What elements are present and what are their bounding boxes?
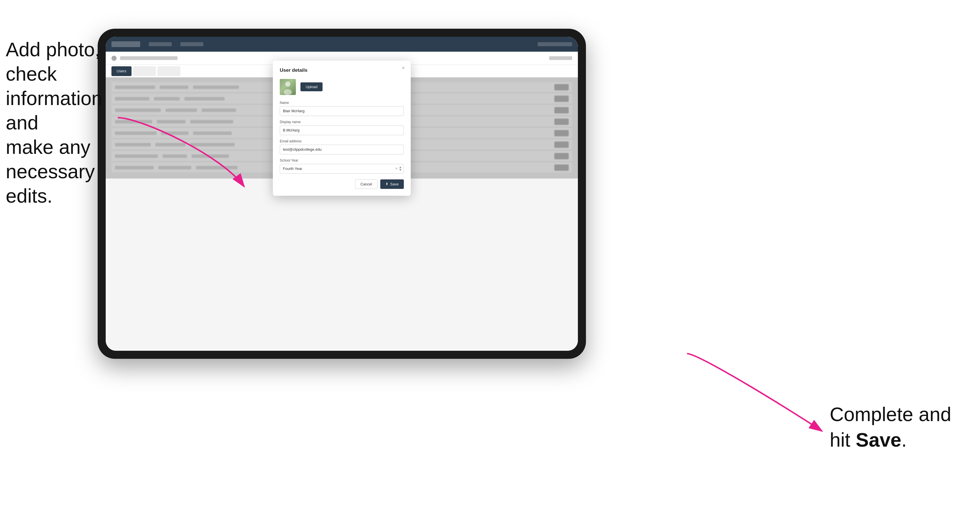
school-year-controls: × ▲ ▼ (395, 166, 402, 172)
upload-photo-button[interactable]: Upload (301, 83, 323, 91)
email-label: Email address (280, 139, 404, 143)
photo-section: Upload (280, 79, 404, 95)
tab-other-1[interactable] (133, 66, 156, 76)
annotation-right-line1: Complete and (830, 403, 951, 425)
svg-point-2 (285, 81, 290, 87)
name-field-group: Name (280, 101, 404, 116)
annotation-left-text: Add photo, check information and make an… (6, 38, 102, 207)
user-details-modal: User details × (273, 60, 411, 196)
sub-nav-right (549, 56, 572, 60)
modal-title: User details (280, 67, 404, 73)
school-year-label: School Year (280, 159, 404, 162)
email-input[interactable] (280, 144, 404, 154)
arrow-to-save (684, 351, 828, 438)
person-silhouette-icon (280, 79, 296, 95)
modal-footer: Cancel ⬆ Save (280, 179, 404, 189)
cancel-button[interactable]: Cancel (355, 179, 377, 189)
annotation-right: Complete and hit Save. (830, 402, 951, 452)
svg-point-3 (284, 89, 292, 95)
school-year-spinner-button[interactable]: ▲ ▼ (399, 166, 402, 172)
tablet-screen: Users (106, 37, 578, 351)
user-photo-thumbnail (280, 79, 296, 95)
nav-link-admin (180, 42, 204, 46)
school-year-clear-button[interactable]: × (395, 167, 398, 171)
nav-link-connections (149, 42, 172, 46)
name-input[interactable] (280, 106, 404, 116)
school-year-input[interactable] (280, 164, 404, 174)
modal-close-button[interactable]: × (400, 65, 406, 71)
top-navigation (106, 37, 578, 52)
app-background: Users (106, 37, 578, 351)
photo-thumb-inner (280, 79, 296, 95)
content-area: User details × (106, 78, 578, 179)
annotation-save-bold: Save (856, 429, 901, 451)
annotation-left: Add photo, check information and make an… (6, 37, 121, 208)
school-year-wrapper: × ▲ ▼ (280, 164, 404, 174)
tab-other-2[interactable] (158, 66, 180, 76)
nav-right (538, 42, 572, 46)
annotation-right-line2: hit Save. (830, 429, 907, 451)
save-icon: ⬆ (385, 182, 388, 186)
display-name-field-group: Display name (280, 120, 404, 135)
save-button[interactable]: ⬆ Save (380, 179, 404, 189)
spinner-down-icon: ▼ (399, 169, 402, 172)
school-year-field-group: School Year × ▲ ▼ (280, 159, 404, 174)
display-name-label: Display name (280, 120, 404, 124)
breadcrumb-text (120, 56, 178, 60)
modal-overlay: User details × (106, 78, 578, 179)
display-name-input[interactable] (280, 125, 404, 135)
save-button-label: Save (390, 182, 399, 186)
name-label: Name (280, 101, 404, 105)
tablet-device: Users (98, 29, 586, 359)
email-field-group: Email address (280, 139, 404, 154)
